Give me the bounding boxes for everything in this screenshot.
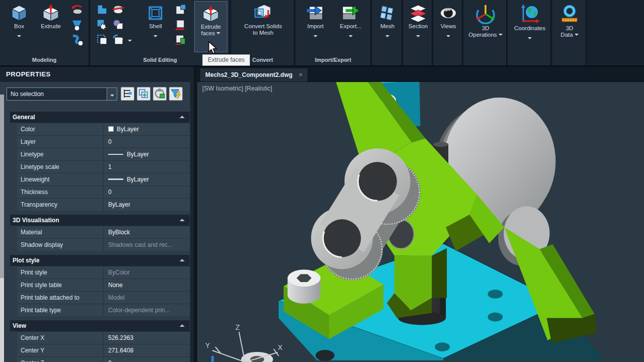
- ribbon-group-3d-operations: 3D Operations: [464, 0, 507, 65]
- coordinates-button[interactable]: Coordinates: [510, 1, 550, 52]
- property-row-print-style-table[interactable]: Print style table None: [17, 279, 190, 291]
- offset-faces-icon[interactable]: [174, 18, 187, 31]
- property-row-material[interactable]: Material ByBlock: [17, 226, 190, 238]
- section-header-general[interactable]: General: [10, 112, 190, 123]
- export-button[interactable]: Export...: [335, 1, 366, 52]
- coordinates-icon: [520, 4, 540, 24]
- application-window: Box Extrude: [0, 0, 644, 362]
- export-label: Export...: [335, 23, 366, 30]
- property-row-print-table-attached[interactable]: Print table attached to Model: [17, 291, 190, 304]
- property-row-linetype-scale[interactable]: Linetype scale 1: [17, 160, 190, 173]
- main-area: PROPERTIES No selection: [0, 67, 644, 362]
- views-button[interactable]: Views: [434, 1, 462, 52]
- export-icon: [342, 4, 360, 22]
- chevron-down-icon: [313, 35, 317, 39]
- property-row-lineweight[interactable]: Lineweight ByLayer: [17, 173, 190, 186]
- 3d-data-label-1: 3D: [554, 25, 585, 32]
- revolve-icon[interactable]: [70, 3, 84, 16]
- select-similar-icon: [153, 87, 166, 100]
- hierarchy-tree-icon: [121, 87, 134, 100]
- quick-select-tree-button[interactable]: [121, 87, 134, 101]
- ribbon-group-section: Section: [404, 0, 433, 65]
- lineweight-glyph: [108, 178, 123, 180]
- section-header-3d-visualisation[interactable]: 3D Visualisation: [10, 215, 190, 226]
- property-row-transparency[interactable]: Transparency ByLayer: [17, 198, 190, 211]
- ucs-axis-icon: Z Y X: [197, 322, 298, 362]
- section-header-plot-style[interactable]: Plot style: [10, 255, 190, 266]
- add-selection-icon: [137, 87, 150, 100]
- selection-dropdown[interactable]: No selection: [7, 87, 117, 101]
- collapse-icon: [180, 116, 185, 118]
- chevron-down-icon: [349, 35, 353, 39]
- property-row-print-style[interactable]: Print style ByColor: [17, 266, 190, 279]
- close-icon[interactable]: ×: [299, 71, 303, 78]
- tooltip-extrude-faces: Extrude faces: [202, 54, 250, 66]
- interfere-icon[interactable]: [112, 18, 125, 31]
- coordinates-label: Coordinates: [510, 25, 550, 32]
- group-label-modeling: Modeling: [0, 57, 89, 63]
- linetype-glyph: [108, 154, 123, 155]
- property-row-print-table-type[interactable]: Print table type Color-dependent prin...: [17, 304, 190, 316]
- chevron-down-icon: [110, 95, 114, 99]
- property-row-thickness[interactable]: Thickness 0: [17, 186, 190, 198]
- document-tab-title: Mechs2_3D_Component2.dwg: [205, 71, 292, 78]
- extrude-icon: [42, 4, 60, 22]
- ucs-x-label: X: [278, 343, 283, 351]
- slice-icon[interactable]: [112, 3, 125, 16]
- chevron-down-icon[interactable]: [128, 40, 132, 44]
- chevron-down-icon: [528, 37, 532, 41]
- chevron-down-icon: [416, 35, 420, 39]
- 3d-data-button[interactable]: 3D Data: [554, 1, 585, 52]
- extrude-button[interactable]: Extrude: [35, 1, 66, 52]
- box-icon: [11, 4, 28, 22]
- properties-scrollbar[interactable]: [0, 95, 4, 362]
- box-button[interactable]: Box: [4, 1, 34, 52]
- drawing-canvas-area: Mechs2_3D_Component2.dwg ×: [197, 67, 644, 362]
- add-selection-button[interactable]: [137, 87, 150, 101]
- ribbon-group-coordinates: Coordinates: [508, 0, 551, 65]
- section-header-view[interactable]: View: [10, 320, 190, 331]
- extract-edges-icon[interactable]: [174, 3, 187, 16]
- collapse-icon: [180, 324, 185, 327]
- properties-panel: PROPERTIES No selection: [0, 67, 194, 362]
- select-similar-button[interactable]: [153, 87, 167, 101]
- property-row-linetype[interactable]: Linetype ByLayer: [17, 148, 190, 160]
- mouse-cursor-icon: [208, 41, 217, 54]
- color-faces-icon[interactable]: [174, 33, 187, 46]
- 3d-operations-label-1: 3D: [465, 25, 506, 32]
- document-tab[interactable]: Mechs2_3D_Component2.dwg ×: [200, 68, 307, 81]
- imprint-body-icon[interactable]: [112, 33, 125, 46]
- sweep-icon[interactable]: [70, 33, 84, 46]
- shell-button[interactable]: Shell: [141, 1, 170, 52]
- section-icon: [409, 4, 427, 22]
- 3d-data-label-2: Data: [560, 32, 573, 38]
- property-row-color[interactable]: Color ByLayer: [17, 123, 190, 135]
- subtract-icon[interactable]: [96, 18, 109, 31]
- filter-button[interactable]: [169, 87, 183, 101]
- union-icon[interactable]: [96, 3, 109, 16]
- mesh-icon: [378, 4, 396, 22]
- chevron-down-icon: [385, 35, 389, 39]
- chevron-down-icon: [575, 34, 579, 38]
- 3d-operations-button[interactable]: 3D Operations: [465, 1, 506, 52]
- property-row-center-x[interactable]: Center X 526.2363: [17, 331, 190, 344]
- 3d-viewport[interactable]: [SW Isometric] [Realistic] Z Y X: [197, 82, 644, 362]
- property-row-center-y[interactable]: Center Y 271.6408: [17, 344, 190, 356]
- loft-icon[interactable]: [70, 18, 84, 31]
- scrollbar-thumb[interactable]: [0, 95, 4, 278]
- property-row-layer[interactable]: Layer 0: [17, 135, 190, 148]
- extrude-faces-label-1: Extrude: [195, 24, 227, 30]
- ribbon-group-mesh: Mesh: [372, 0, 403, 65]
- property-row-center-z[interactable]: Center Z 0: [17, 356, 190, 362]
- intersect-icon[interactable]: [96, 33, 109, 46]
- convert-solids-to-mesh-button[interactable]: Convert Solids to Mesh: [238, 1, 288, 52]
- mesh-button[interactable]: Mesh: [373, 1, 401, 52]
- property-row-shadow-display[interactable]: Shadow display Shadows cast and rec...: [17, 238, 190, 251]
- chevron-down-icon: [216, 32, 220, 36]
- 3d-operations-icon: [475, 4, 496, 24]
- model-white-bushing: [288, 269, 320, 303]
- dropdown-arrow-button[interactable]: [107, 88, 117, 100]
- import-button[interactable]: Import: [301, 1, 330, 52]
- chevron-down-icon: [446, 35, 450, 39]
- section-button[interactable]: Section: [404, 1, 432, 52]
